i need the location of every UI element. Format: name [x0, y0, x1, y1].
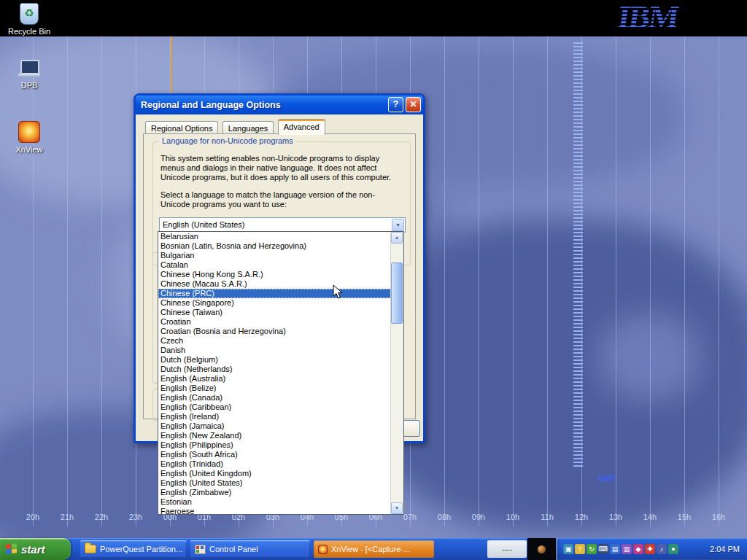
chevron-down-icon[interactable]: ▼	[392, 219, 404, 231]
hour-label: 12h	[570, 513, 592, 521]
language-list-item[interactable]: English (Ireland)	[158, 412, 391, 421]
network-icon[interactable]: ▤	[610, 544, 620, 554]
partition-icon[interactable]: ▥	[622, 544, 632, 554]
scrollbar-thumb[interactable]	[391, 262, 403, 324]
scroll-down-icon[interactable]: ▼	[391, 502, 403, 514]
language-list-item[interactable]: Chinese (Macau S.A.R.)	[158, 279, 391, 289]
control-panel-icon	[195, 545, 206, 554]
tab-advanced[interactable]: Advanced	[278, 119, 325, 135]
timezone-line	[444, 36, 445, 526]
help-status-icon[interactable]: ?	[575, 544, 585, 554]
taskbar-button-control-panel[interactable]: Control Panel	[190, 540, 310, 558]
timezone-line	[650, 36, 651, 526]
desktop-icon-xnview[interactable]: XnView	[6, 121, 53, 154]
language-list-item[interactable]: English (Belize)	[158, 384, 391, 393]
map-shape	[598, 314, 700, 401]
language-list-item[interactable]: Czech	[158, 336, 391, 346]
timezone-line	[719, 36, 719, 526]
language-list-item[interactable]: Croatian	[158, 317, 391, 327]
language-list-item[interactable]: English (New Zealand)	[158, 431, 391, 440]
hour-label: 20h	[22, 513, 44, 521]
desktop: 20h21h22h23h00h01h02h03h04h05h06h07h08h0…	[0, 0, 747, 560]
language-list-item[interactable]: English (Philippines)	[158, 440, 391, 450]
language-list-item[interactable]: English (Caribbean)	[158, 402, 391, 412]
hour-label: 14h	[639, 513, 661, 521]
xnview-icon	[318, 545, 328, 554]
laptop-icon	[18, 60, 40, 79]
start-button[interactable]: start	[0, 538, 71, 560]
dialog-title: Regional and Language Options	[141, 100, 281, 110]
volume-icon[interactable]: ♪	[657, 544, 667, 554]
unknown-toolbar-icon[interactable]	[538, 545, 546, 553]
scheduler-icon[interactable]: ●	[668, 544, 678, 554]
language-list-item[interactable]: English (South Africa)	[158, 450, 391, 459]
timezone-line	[101, 36, 102, 526]
language-list-item[interactable]: English (United States)	[158, 478, 391, 488]
update-icon[interactable]: ↻	[587, 544, 597, 554]
group-description: This system setting enables non-Unicode …	[160, 154, 403, 182]
timezone-line	[67, 36, 68, 526]
language-list-item[interactable]: Bulgarian	[158, 251, 391, 260]
desktop-icon-label: XnView	[15, 145, 42, 154]
language-list-item[interactable]: Bosnian (Latin, Bosnia and Herzegovina)	[158, 241, 391, 251]
language-list-item[interactable]: English (Canada)	[158, 393, 391, 402]
language-list-item[interactable]: English (Zimbabwe)	[158, 488, 391, 497]
hour-label: 08h	[433, 513, 455, 521]
language-list-item[interactable]: Estonian	[158, 497, 391, 507]
folder-icon	[85, 545, 96, 553]
taskbar-button-label: PowerQuest Partition...	[100, 545, 182, 553]
desktop-icon-recycle-bin[interactable]: ♻ Recycle Bin	[6, 3, 53, 36]
group-instruction: Select a language to match the language …	[160, 190, 403, 209]
language-list-item[interactable]: Chinese (Taiwan)	[158, 308, 391, 317]
system-tray: ▣?↻⌨▤▥◆✚♪● 2:04 PM	[556, 538, 747, 560]
dropdown-scrollbar[interactable]: ▲ ▼	[390, 232, 403, 514]
language-list-item[interactable]: Dutch (Netherlands)	[158, 365, 391, 374]
taskbar-button-xnview[interactable]: XnView - [<Capture-...	[314, 540, 434, 558]
mouse-cursor	[333, 284, 343, 300]
timezone-marker-line	[171, 36, 172, 95]
language-list-item[interactable]: English (Australia)	[158, 374, 391, 384]
graphics-icon[interactable]: ◆	[633, 544, 643, 554]
ibm-logo: IBM	[615, 0, 680, 36]
scroll-up-icon[interactable]: ▲	[391, 232, 403, 244]
taskbar-button-label: XnView - [<Capture-...	[331, 545, 410, 553]
language-dropdown-list: BelarusianBosnian (Latin, Bosnia and Her…	[158, 231, 404, 515]
dialog-titlebar[interactable]: Regional and Language Options ? ✕	[136, 96, 423, 114]
language-list-item[interactable]: English (Jamaica)	[158, 421, 391, 431]
language-list-item[interactable]: Belarusian	[158, 232, 391, 241]
help-button[interactable]: ?	[388, 97, 403, 112]
timezone-line	[547, 36, 548, 526]
display-settings-icon[interactable]: ▣	[563, 544, 573, 554]
language-list-item[interactable]: Chinese (PRC)	[158, 289, 391, 298]
taskbar-clock[interactable]: 2:04 PM	[710, 545, 747, 553]
language-list-item[interactable]: Dutch (Belgium)	[158, 355, 391, 365]
taskbar-button-label: Control Panel	[209, 545, 258, 553]
gmt-label: GMT	[598, 474, 616, 483]
language-list-item[interactable]: Chinese (Singapore)	[158, 298, 391, 308]
tray-icons: ▣?↻⌨▤▥◆✚♪●	[563, 544, 680, 554]
desktop-icon-label: DPB	[21, 81, 38, 90]
gmt-hatch-band	[573, 42, 583, 469]
tab-strip: Regional Options Languages Advanced	[145, 119, 326, 134]
windows-flag-icon	[6, 543, 18, 555]
keyboard-icon[interactable]: ⌨	[598, 544, 608, 554]
antivirus-icon[interactable]: ✚	[645, 544, 655, 554]
taskbar-button-powerquest[interactable]: PowerQuest Partition...	[80, 540, 187, 558]
language-list-item[interactable]: Danish	[158, 346, 391, 355]
hour-label: 23h	[125, 513, 147, 521]
language-list-item[interactable]: Faeroese	[158, 507, 391, 514]
language-list-item[interactable]: English (United Kingdom)	[158, 469, 391, 478]
taskbar-button-dashes[interactable]: ----	[487, 540, 527, 558]
group-title: Language for non-Unicode programs	[159, 136, 296, 145]
hour-label: 11h	[536, 513, 558, 521]
language-list-item[interactable]: Catalan	[158, 260, 391, 270]
language-list-item[interactable]: Chinese (Hong Kong S.A.R.)	[158, 270, 391, 279]
language-combobox[interactable]: English (United States) ▼	[159, 217, 406, 233]
desktop-icon-label: Recycle Bin	[8, 27, 50, 36]
language-list-item[interactable]: Croatian (Bosnia and Herzegovina)	[158, 327, 391, 336]
recycle-bin-icon: ♻	[20, 3, 39, 25]
language-list-item[interactable]: English (Trinidad)	[158, 459, 391, 469]
start-label: start	[21, 543, 45, 556]
close-button[interactable]: ✕	[406, 97, 421, 112]
desktop-icon-dpb[interactable]: DPB	[6, 60, 53, 90]
